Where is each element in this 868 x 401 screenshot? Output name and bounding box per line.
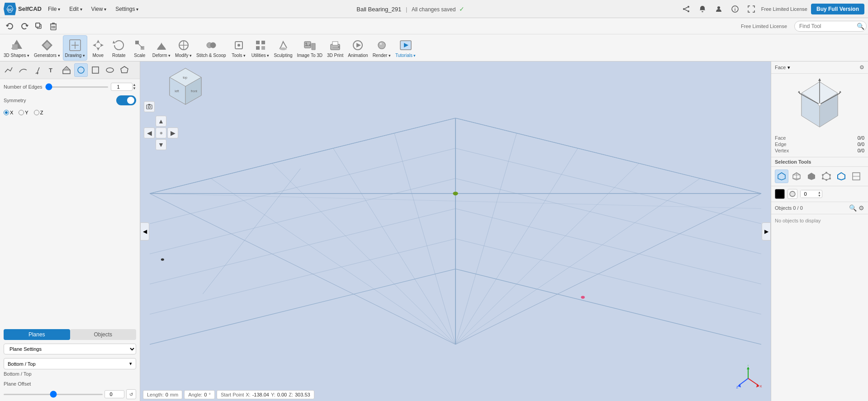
sub-tool-curve[interactable] [16,63,30,77]
sub-tool-circle[interactable] [74,63,88,77]
nav-arrow-left[interactable]: ◀ [140,222,149,241]
tool-3d-shapes[interactable]: 3D Shapes [2,35,31,61]
plane-offset-reset[interactable]: ↺ [126,389,136,399]
svg-text:Y: Y [747,365,749,367]
objects-search-icon[interactable]: 🔍 [849,204,857,212]
tool-3d-print[interactable]: 3D Print [325,35,345,61]
sel-solid-icon[interactable] [805,170,818,183]
axis-x-radio[interactable]: X [4,110,13,115]
color-spinners: ▲ ▼ [817,191,822,197]
axis-z-radio[interactable]: Z [34,110,43,115]
tool-animation[interactable]: Animation [346,35,370,61]
sel-edge-icon[interactable] [835,170,848,183]
properties-panel: Number of Edges ▲ ▼ Symmetry [0,79,140,326]
plane-orientation-arrow: ▾ [129,361,132,367]
notifications-button[interactable] [696,3,709,15]
3d-print-label: 3D Print [327,53,343,58]
tool-sculpting[interactable]: Sculpting [272,35,294,61]
color-mesh-icon[interactable] [787,189,797,199]
viewport[interactable]: top left front ▲ ◀ ⊕ ▶ ▼ [140,61,771,401]
menu-settings[interactable]: Settings [113,4,141,14]
svg-marker-62 [121,66,128,73]
sub-tool-pen[interactable] [31,63,44,77]
sel-extra-icon[interactable] [849,170,863,183]
nav-arrow-right[interactable]: ▶ [762,222,771,241]
generators-label: Generators [34,53,60,58]
sel-face-icon[interactable] [775,170,788,183]
axis-y-radio[interactable]: Y [19,110,28,115]
tool-tools[interactable]: Tools [229,35,249,61]
svg-line-5 [685,7,688,9]
tool-drawing[interactable]: Drawing [63,35,87,61]
buy-full-version-button[interactable]: Buy Full Version [811,4,864,14]
find-tool-container: Free Limited License 🔍 [741,21,864,32]
3d-shapes-icon [9,38,24,52]
tool-render[interactable]: Render [371,35,393,61]
duplicate-button[interactable] [33,20,45,33]
sub-tool-square[interactable] [89,63,102,77]
find-search-icon[interactable]: 🔍 [857,23,864,30]
cam-center-button[interactable]: ⊕ [156,127,166,138]
sub-tool-text[interactable]: T [45,63,59,77]
color-swatch[interactable] [775,189,785,199]
objects-tab[interactable]: Objects [70,329,137,340]
user-button[interactable] [712,3,725,15]
snapshot-button[interactable] [144,101,155,112]
number-of-edges-slider[interactable] [45,86,108,88]
sub-tool-polygon[interactable] [118,63,131,77]
tool-scale[interactable]: Scale [130,35,150,61]
tool-stitch[interactable]: Stitch & Scoop [194,35,228,61]
tool-modify[interactable]: Modify [173,35,194,61]
tool-utilities[interactable]: Utilities [250,35,271,61]
symmetry-toggle[interactable] [116,95,136,105]
share-button[interactable] [680,3,693,15]
color-number-input[interactable] [801,190,817,198]
color-down-arrow[interactable]: ▼ [817,194,822,197]
save-status: All changes saved [412,6,455,13]
plane-orientation-button[interactable]: Bottom / Top ▾ [4,358,136,369]
cam-lr-row: ◀ ⊕ ▶ [144,127,178,138]
planes-tab[interactable]: Planes [4,329,70,340]
info-button[interactable]: i [729,3,741,15]
cam-left-button[interactable]: ◀ [144,127,155,138]
sel-wireframe-icon[interactable] [790,170,803,183]
tool-move[interactable]: Move [88,35,108,61]
tool-deform[interactable]: Deform [151,35,172,61]
tool-image-to-3d[interactable]: Image To 3D [295,35,325,61]
face-row: Face 0/0 [775,135,864,141]
menu-view[interactable]: View [89,4,109,14]
menu-edit[interactable]: Edit [66,4,85,14]
redo-button[interactable] [18,20,31,33]
undo-button[interactable] [4,20,16,33]
cam-down-button[interactable]: ▼ [156,139,166,150]
menu-file[interactable]: File [45,4,63,14]
face-dropdown[interactable]: ▾ [787,65,790,71]
app-logo[interactable]: SC SelfCAD [4,3,42,15]
angle-unit: ° [209,392,210,397]
objects-settings-icon[interactable]: ⚙ [859,204,864,212]
fullscreen-button[interactable] [745,3,758,15]
cam-up-button[interactable]: ▲ [156,116,166,127]
vertex-value: 0/0 [858,148,864,153]
delete-button[interactable] [47,20,60,33]
sub-tool-polyline[interactable] [2,63,15,77]
plane-offset-input[interactable] [104,390,124,398]
plane-offset-slider[interactable] [4,394,103,395]
tool-tutorials[interactable]: Tutorials [394,35,418,61]
plane-settings-select[interactable]: Plane Settings [4,344,136,354]
gear-icon[interactable]: ⚙ [859,64,864,71]
number-of-edges-down[interactable]: ▼ [133,87,136,90]
cam-right-button[interactable]: ▶ [167,127,178,138]
tool-rotate[interactable]: Rotate [109,35,129,61]
number-of-edges-input[interactable] [111,83,133,91]
find-tool-input[interactable] [794,21,867,32]
tool-generators[interactable]: Generators [32,35,62,61]
sub-tool-ellipse[interactable] [103,63,117,77]
free-license-label: Free Limited License [741,24,787,29]
start-point-display: Start Point X: -138.04 Y: 0.00 Z: 303.53 [217,390,314,399]
sel-vertex-icon[interactable] [820,170,833,183]
color-up-arrow[interactable]: ▲ [817,191,822,194]
start-z-label: Z: [289,392,293,397]
sub-tool-house[interactable] [60,63,73,77]
svg-point-59 [78,67,84,73]
